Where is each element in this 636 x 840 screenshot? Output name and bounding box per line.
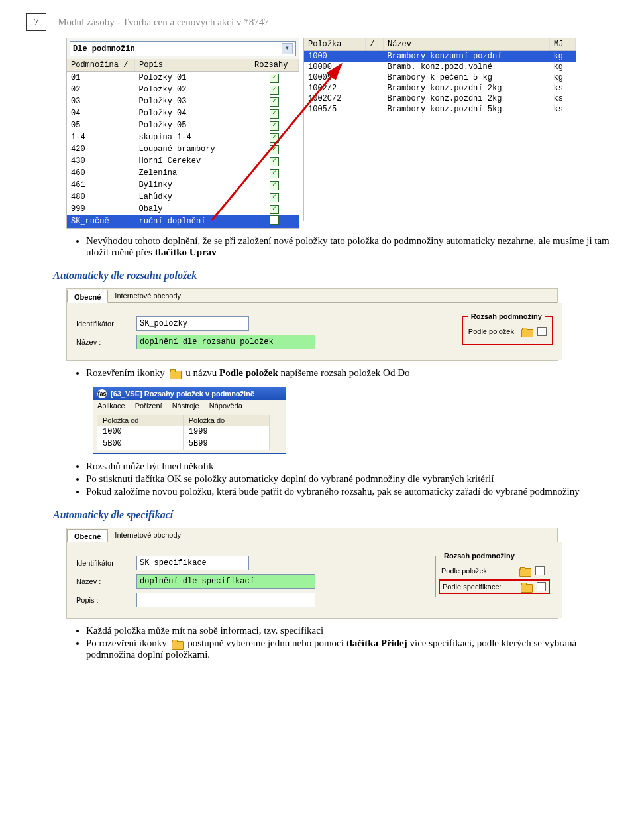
table-row[interactable]: 100054Brambory k pečení 5 kgkg [304,72,576,83]
input-nazev[interactable]: doplnění dle rozsahu položek [136,335,315,349]
table-row[interactable]: 480Lahůdky✓ [67,191,299,203]
bullet-1b: Po stisknutí tlačítka OK se položky auto… [86,473,610,485]
label-popis: Popis : [76,596,132,604]
table-row[interactable]: SK_ručněruční doplnění [67,215,299,228]
fieldset-rozsah-1: Rozsah podmnožiny Podle položek: [462,312,553,345]
screenshot-two-pane: Dle podmnožin ▾ Podmnožina / Popis Rozsa… [66,38,610,229]
menu-porizeni[interactable]: Pořízení [135,402,162,410]
table-row[interactable]: 1000Brambory konzumní pozdníkg [304,51,576,62]
range-grid[interactable]: Položka odPoložka do 100019995B005B99 [97,415,270,450]
input-identifikator[interactable]: SK_položky [136,316,249,331]
fieldset-rozsah-2: Rozsah podmnožiny Podle položek: Podle s… [435,552,553,597]
input-nazev[interactable]: doplnění dle specifikací [136,574,315,589]
page-title: Modul zásoby - Tvorba cen a cenových akc… [58,17,268,27]
tab-obecne[interactable]: Obecné [67,529,108,542]
table-row[interactable]: 999Obaly✓ [67,203,299,215]
folder-open-icon[interactable] [521,583,531,591]
col-podmnozina[interactable]: Podmnožina / [67,59,135,72]
label-podle-specifikace: Podle specifikace: [443,583,515,591]
checkbox-podle-specifikace[interactable] [537,582,546,591]
folder-open-icon[interactable] [521,328,532,336]
label-podle-polozek: Podle položek: [441,567,514,575]
right-pane: Položka / Název MJ 1000Brambory konzumní… [303,38,576,221]
page-number: 7 [26,13,46,31]
heading-auto-rozsah: Automaticky dle rozsahu položek [53,270,610,282]
menu-napoveda[interactable]: Nápověda [209,402,242,410]
tab-obecne[interactable]: Obecné [67,290,108,303]
left-grid[interactable]: Podmnožina / Popis Rozsahy 01Položky 01✓… [67,59,299,228]
input-identifikator[interactable]: SK_specifikace [136,556,249,570]
combo-label: Dle podmnožin [73,44,135,54]
screenshot-form-1: Obecné Internetové obchody Identifikátor… [66,288,558,361]
bullet-list-1: Rozsahů může být hned několik Po stisknu… [86,461,610,497]
table-row[interactable]: 05Položky 05✓ [67,119,299,131]
table-row[interactable]: 1002C/2Brambory konz.pozdní 2kgks [304,93,576,104]
tab-eshopy[interactable]: Internetové obchody [108,528,187,542]
app-icon: fas [97,389,107,398]
bullet-2a: Každá položka může mít na sobě informaci… [86,625,610,636]
tabstrip-2: Obecné Internetové obchody [67,528,557,542]
table-row[interactable]: 01Položky 01✓ [67,72,299,84]
col-popis[interactable]: Popis [135,59,250,72]
col-polozka-od[interactable]: Položka od [97,415,183,426]
page-header: 7 Modul zásoby - Tvorba cen a cenových a… [26,13,610,31]
label-nazev: Název : [76,338,132,346]
checkbox-podle-polozek[interactable] [537,327,547,336]
tab-eshopy[interactable]: Internetové obchody [108,289,187,302]
col-polozka-do[interactable]: Položka do [183,415,269,426]
bullet-2b: Po rozevření ikonky postupně vybereme je… [86,638,610,660]
col-slash[interactable]: / [366,38,384,51]
col-mj[interactable]: MJ [550,38,576,51]
screenshot-range-window: fas [63_VSE] Rozsahy položek v podmnožin… [93,387,286,454]
bullet-1a: Rozsahů může být hned několik [86,461,610,472]
col-nazev[interactable]: Název [384,38,550,51]
label-identifikator: Identifikátor : [76,320,132,328]
label-identifikator: Identifikátor : [76,559,132,567]
menubar: Aplikace Pořízení Nástroje Nápověda [93,400,286,411]
input-popis[interactable] [136,593,315,607]
heading-auto-specifikaci: Automaticky dle specifikací [53,509,610,521]
label-podle-polozek: Podle položek: [468,328,516,335]
table-row[interactable]: 10001999 [97,426,270,438]
folder-open-icon [170,369,180,378]
table-row[interactable]: 5B005B99 [97,438,270,450]
table-row[interactable]: 04Položky 04✓ [67,107,299,119]
table-row[interactable]: 420Loupané brambory✓ [67,143,299,155]
table-row[interactable]: 1005/5Brambory konz.pozdní 5kgks [304,104,576,115]
bullet-1c: Pokud založíme novou položku, která bude… [86,486,610,497]
legend-rozsah: Rozsah podmnožiny [468,312,545,320]
menu-aplikace[interactable]: Aplikace [97,402,125,410]
legend-rozsah: Rozsah podmnožiny [441,552,517,560]
chevron-down-icon[interactable]: ▾ [282,43,293,54]
label-nazev: Název : [76,577,132,585]
folder-open-icon [172,640,182,648]
col-rozsahy[interactable]: Rozsahy [250,59,299,72]
table-row[interactable]: 1-4skupina 1-4✓ [67,131,299,143]
paragraph-1: Nevýhodou tohoto doplnění, že se při zal… [86,235,610,258]
bullet-list-2: Každá položka může mít na sobě informaci… [86,625,610,660]
checkbox-podle-polozek[interactable] [535,566,545,575]
window-title-text: [63_VSE] Rozsahy položek v podmnožině [111,390,254,398]
screenshot-form-2: Obecné Internetové obchody Identifikátor… [66,528,558,619]
table-row[interactable]: 430Horní Cerekev✓ [67,155,299,167]
table-row[interactable]: 461Bylinky✓ [67,179,299,191]
right-grid[interactable]: Položka / Název MJ 1000Brambory konzumní… [304,38,576,115]
line-rozevreni-ikonky: Rozevřením ikonky u názvu Podle položek … [86,367,610,379]
tabstrip-1: Obecné Internetové obchody [67,289,557,303]
combo-dle-podmnozin[interactable]: Dle podmnožin ▾ [70,41,296,56]
table-row[interactable]: 1002/2Brambory konz.pozdní 2kgks [304,83,576,93]
left-pane: Dle podmnožin ▾ Podmnožina / Popis Rozsa… [66,38,299,229]
col-polozka[interactable]: Položka [304,38,366,51]
table-row[interactable]: 03Položky 03✓ [67,95,299,107]
folder-open-icon[interactable] [519,567,530,575]
window-titlebar: fas [63_VSE] Rozsahy položek v podmnožin… [93,387,286,400]
menu-nastroje[interactable]: Nástroje [172,402,199,410]
table-row[interactable]: 460Zelenina✓ [67,167,299,179]
table-row[interactable]: 10000Bramb. konz.pozd.volnékg [304,62,576,72]
table-row[interactable]: 02Položky 02✓ [67,84,299,95]
para1-item: Nevýhodou tohoto doplnění, že se při zal… [86,235,610,258]
